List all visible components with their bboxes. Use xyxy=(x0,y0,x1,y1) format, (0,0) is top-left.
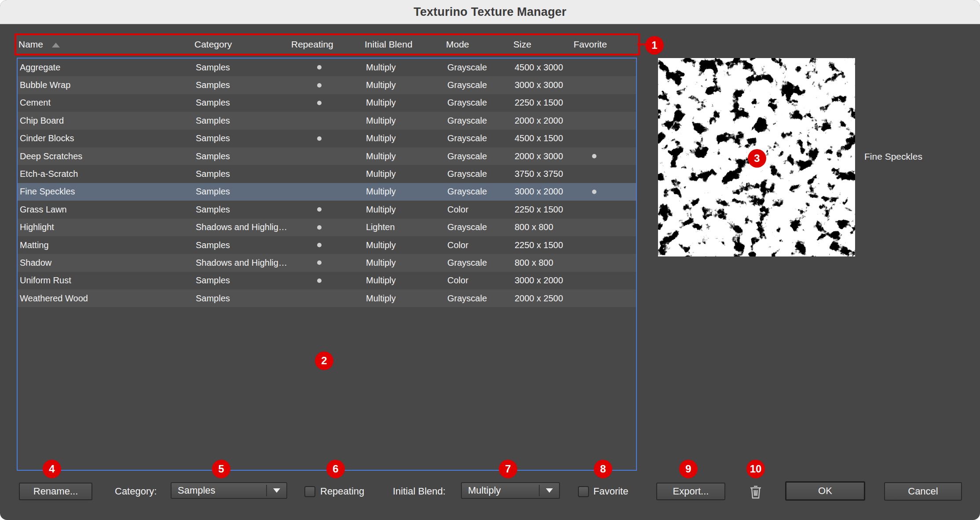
initial-blend-dropdown[interactable]: Multiply xyxy=(461,482,560,499)
sort-ascending-icon xyxy=(52,43,60,48)
cell-initial-blend: Multiply xyxy=(364,293,445,304)
cell-initial-blend: Multiply xyxy=(364,205,445,215)
repeating-dot-icon xyxy=(317,83,322,88)
export-button[interactable]: Export... xyxy=(656,483,725,500)
cell-size: 4500 x 1500 xyxy=(512,133,573,143)
ok-button[interactable]: OK xyxy=(785,481,865,501)
repeating-dot-icon xyxy=(317,243,322,247)
cell-size: 800 x 800 xyxy=(512,258,573,268)
cell-favorite xyxy=(573,154,636,158)
window-title: Texturino Texture Manager xyxy=(413,5,567,19)
annotation-marker-6: 6 xyxy=(326,460,345,478)
column-header-category[interactable]: Category xyxy=(192,39,289,50)
cell-mode: Grayscale xyxy=(445,169,512,179)
table-row[interactable]: MattingSamplesMultiplyColor2250 x 1500 xyxy=(18,236,636,254)
texture-table-rows: AggregateSamplesMultiplyGrayscale4500 x … xyxy=(18,59,636,307)
cell-mode: Grayscale xyxy=(445,116,512,126)
dropdown-arrow-icon xyxy=(267,488,286,493)
cell-category: Samples xyxy=(194,133,290,143)
cell-repeating xyxy=(290,101,364,105)
cell-size: 2250 x 1500 xyxy=(512,205,573,215)
cell-size: 2250 x 1500 xyxy=(512,240,573,250)
table-row[interactable]: Chip BoardSamplesMultiplyGrayscale2000 x… xyxy=(18,112,636,129)
table-row[interactable]: Uniform RustSamplesMultiplyColor3000 x 2… xyxy=(18,272,636,289)
column-header-mode[interactable]: Mode xyxy=(444,39,511,50)
rename-button[interactable]: Rename... xyxy=(19,483,92,500)
table-row[interactable]: Bubble WrapSamplesMultiplyGrayscale3000 … xyxy=(18,76,636,94)
cell-size: 3000 x 2000 xyxy=(512,187,573,197)
column-header-size[interactable]: Size xyxy=(511,39,571,50)
table-row[interactable]: CementSamplesMultiplyGrayscale2250 x 150… xyxy=(18,94,636,112)
table-row[interactable]: Grass LawnSamplesMultiplyColor2250 x 150… xyxy=(18,201,636,218)
cell-name: Matting xyxy=(18,240,194,250)
table-row[interactable]: Cinder BlocksSamplesMultiplyGrayscale450… xyxy=(18,130,636,147)
table-row[interactable]: Fine SpecklesSamplesMultiplyGrayscale300… xyxy=(18,183,636,201)
delete-texture-button[interactable] xyxy=(748,484,764,500)
cell-category: Samples xyxy=(194,293,290,304)
cell-category: Samples xyxy=(194,205,290,215)
category-dropdown[interactable]: Samples xyxy=(171,482,287,499)
cell-size: 2000 x 2000 xyxy=(512,116,573,126)
column-header-favorite[interactable]: Favorite xyxy=(571,39,638,50)
cell-name: Weathered Wood xyxy=(18,293,194,304)
repeating-checkbox[interactable] xyxy=(304,486,315,497)
cell-initial-blend: Multiply xyxy=(364,98,445,108)
cell-category: Samples xyxy=(194,98,290,108)
cell-mode: Grayscale xyxy=(445,187,512,197)
cell-initial-blend: Multiply xyxy=(364,80,445,90)
table-row[interactable]: Etch-a-ScratchSamplesMultiplyGrayscale37… xyxy=(18,165,636,183)
annotation-marker-7: 7 xyxy=(499,460,517,478)
cell-repeating xyxy=(290,65,364,70)
cell-initial-blend: Multiply xyxy=(364,240,445,250)
repeating-dot-icon xyxy=(317,136,322,141)
cell-category: Samples xyxy=(194,187,290,197)
cell-name: Aggregate xyxy=(18,62,194,73)
repeating-dot-icon xyxy=(317,225,322,230)
cell-initial-blend: Multiply xyxy=(364,275,445,286)
cell-repeating xyxy=(290,83,364,88)
cell-category: Samples xyxy=(194,169,290,179)
cell-mode: Color xyxy=(445,240,512,250)
cell-initial-blend: Multiply xyxy=(364,116,445,126)
cell-category: Samples xyxy=(194,151,290,161)
cell-repeating xyxy=(290,225,364,230)
column-header-repeating[interactable]: Repeating xyxy=(289,39,362,50)
favorite-dot-icon xyxy=(592,154,596,158)
cell-mode: Grayscale xyxy=(445,80,512,90)
table-row[interactable]: Deep ScratchesSamplesMultiplyGrayscale20… xyxy=(18,147,636,165)
cell-repeating xyxy=(290,278,364,283)
repeating-dot-icon xyxy=(317,101,322,105)
cell-name: Cement xyxy=(18,98,194,108)
cell-category: Samples xyxy=(194,275,290,286)
column-header-initial-blend[interactable]: Initial Blend xyxy=(362,39,444,50)
cell-category: Samples xyxy=(194,80,290,90)
cell-mode: Color xyxy=(445,275,512,286)
table-row[interactable]: ShadowShadows and Highlig…MultiplyGraysc… xyxy=(18,254,636,271)
cell-initial-blend: Multiply xyxy=(364,169,445,179)
cell-mode: Grayscale xyxy=(445,98,512,108)
cancel-button[interactable]: Cancel xyxy=(884,482,962,501)
preview-name-label: Fine Speckles xyxy=(864,151,922,162)
cell-favorite xyxy=(573,190,636,194)
cell-name: Bubble Wrap xyxy=(18,80,194,90)
annotation-marker-2: 2 xyxy=(315,352,333,370)
category-dropdown-value: Samples xyxy=(172,485,266,496)
favorite-checkbox[interactable] xyxy=(578,486,589,497)
cell-initial-blend: Multiply xyxy=(364,187,445,197)
table-row[interactable]: AggregateSamplesMultiplyGrayscale4500 x … xyxy=(18,59,636,76)
cell-initial-blend: Multiply xyxy=(364,62,445,73)
table-row[interactable]: HighlightShadows and Highlig…LightenGray… xyxy=(18,219,636,236)
cell-mode: Grayscale xyxy=(445,151,512,161)
title-bar: Texturino Texture Manager xyxy=(0,0,980,24)
column-header-name[interactable]: Name xyxy=(16,39,192,50)
cell-size: 800 x 800 xyxy=(512,222,573,232)
cell-name: Etch-a-Scratch xyxy=(18,169,194,179)
cell-mode: Grayscale xyxy=(445,258,512,268)
repeating-checkbox-label: Repeating xyxy=(320,483,364,500)
table-row[interactable]: Weathered WoodSamplesMultiplyGrayscale20… xyxy=(18,289,636,307)
repeating-dot-icon xyxy=(317,260,322,265)
cell-size: 4500 x 3000 xyxy=(512,62,573,73)
annotation-marker-8: 8 xyxy=(594,460,612,478)
cell-size: 2250 x 1500 xyxy=(512,98,573,108)
cell-size: 3000 x 3000 xyxy=(512,80,573,90)
